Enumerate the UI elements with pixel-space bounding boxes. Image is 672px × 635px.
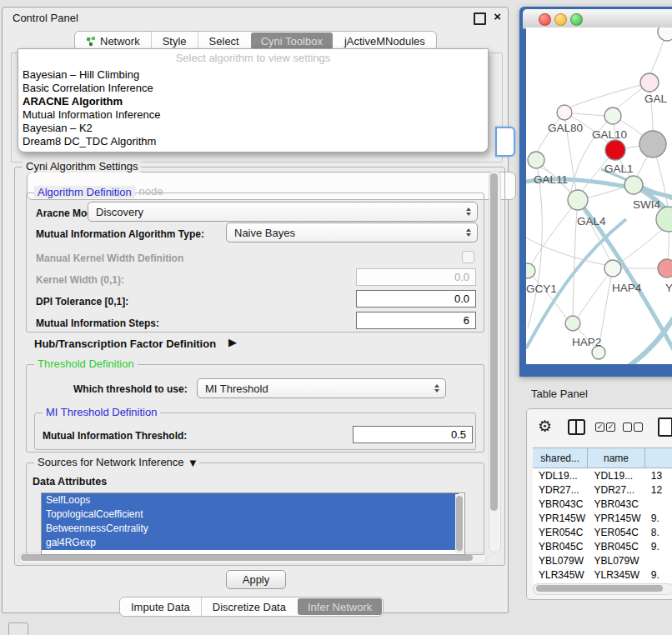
network-node-gal4[interactable] <box>568 190 588 210</box>
list-item[interactable]: TopologicalCoefficient <box>42 508 459 522</box>
mi-steps-input[interactable]: 6 <box>356 312 476 329</box>
network-node-swi4[interactable] <box>624 176 643 194</box>
mi-type-label: Mutual Information Algorithm Type: <box>36 228 204 240</box>
aracne-mode-combobox[interactable]: Discovery <box>88 202 478 222</box>
tab-style[interactable]: Style <box>151 32 198 50</box>
network-icon <box>86 36 96 47</box>
apply-button[interactable]: Apply <box>226 570 286 589</box>
network-edge[interactable] <box>526 236 609 266</box>
mi-steps-value: 6 <box>464 314 469 327</box>
dropdown-option[interactable]: Dream8 DC_TDC Algorithm <box>23 135 156 148</box>
mi-type-combobox[interactable]: Naive Bayes <box>226 222 478 242</box>
mi-threshold-input[interactable]: 0.5 <box>353 426 473 443</box>
list-item[interactable]: BetweennessCentrality <box>42 522 459 536</box>
network-edge[interactable] <box>531 200 578 265</box>
deselect-all-icon[interactable] <box>623 422 632 432</box>
table-header-row[interactable]: shared...name <box>533 448 672 468</box>
tab-cyni-toolbox[interactable]: Cyni Toolbox <box>251 32 333 49</box>
document-icon[interactable] <box>658 418 672 437</box>
minimize-window-icon[interactable] <box>554 13 567 26</box>
tab-select[interactable]: Select <box>198 32 250 50</box>
mi-type-value: Naive Bayes <box>234 227 295 239</box>
network-node[interactable] <box>605 140 625 160</box>
tab-impute-data[interactable]: Impute Data <box>120 598 201 616</box>
table-row[interactable]: YBR043CYBR043C <box>533 497 672 511</box>
close-icon[interactable]: × <box>494 12 501 21</box>
tab-label: Network <box>100 35 140 48</box>
table-row[interactable]: YDR27...YDR27...12 <box>533 482 672 497</box>
network-node-y[interactable] <box>658 259 672 278</box>
kernel-width-input[interactable]: 0.0 <box>356 268 476 286</box>
tab-network[interactable]: Network <box>75 32 151 50</box>
network-node-gal11[interactable] <box>528 152 544 168</box>
dropdown-option[interactable]: Basic Correlation Inference <box>23 82 153 94</box>
dropdown-option[interactable]: Bayesian – K2 <box>23 122 93 134</box>
table-cell: YPR145W <box>533 512 588 524</box>
table-row[interactable]: YLR345WYLR345W9. <box>533 568 672 582</box>
dropdown-option[interactable]: Mutual Information Inference <box>23 108 160 121</box>
dpi-tolerance-input[interactable]: 0.0 <box>356 290 476 308</box>
table-row[interactable]: YPR145WYPR145W9. <box>533 511 672 525</box>
control-panel-titlebar: Control Panel × <box>3 8 508 28</box>
network-view-window: GALGAL80GAL10GAL11GAL1SWI4GAL4GCY1HAP4YH… <box>519 7 672 377</box>
list-item[interactable]: gal4RGexp <box>42 536 459 550</box>
tab-label: Infer Network <box>308 601 372 613</box>
dropdown-option[interactable]: ARACNE Algorithm <box>23 95 123 108</box>
float-panel-icon[interactable] <box>474 12 486 25</box>
table-row[interactable]: YDL19...YDL19...13 <box>533 468 672 482</box>
node-table[interactable]: shared...name YDL19...YDL19...13YDR27...… <box>533 448 672 583</box>
hub-definition-label[interactable]: Hub/Transcription Factor Definition <box>34 338 216 350</box>
table-row[interactable]: YBR045CYBR045C9. <box>533 539 672 553</box>
algorithm-combobox-fragment[interactable] <box>495 127 515 157</box>
tab-jactivemnodules[interactable]: jActiveMNodules <box>333 32 436 50</box>
gear-icon[interactable]: ⚙ <box>538 417 552 435</box>
table-cell: 9. <box>645 512 672 524</box>
column-header[interactable] <box>645 448 672 468</box>
apply-button-label: Apply <box>243 573 270 586</box>
table-cell: YBR045C <box>533 541 588 552</box>
column-header[interactable]: name <box>588 448 644 468</box>
network-edge[interactable] <box>599 268 613 344</box>
network-canvas[interactable]: GALGAL80GAL10GAL11GAL1SWI4GAL4GCY1HAP4YH… <box>526 28 672 364</box>
network-node-gal1[interactable] <box>639 131 666 158</box>
minimized-panel-icon[interactable] <box>8 622 28 635</box>
close-window-icon[interactable] <box>539 13 551 26</box>
column-header[interactable]: shared... <box>533 448 588 468</box>
tab-label: Discretize Data <box>213 601 286 613</box>
network-edge[interactable] <box>624 314 672 364</box>
network-node[interactable] <box>658 28 672 41</box>
dropdown-option[interactable]: Bayesian – Hill Climbing <box>23 68 139 81</box>
table-cell: YDL19... <box>533 470 588 482</box>
network-node-gal10[interactable] <box>604 108 621 124</box>
network-node-gcy1[interactable] <box>526 263 535 278</box>
network-edge[interactable] <box>578 268 613 318</box>
network-node-hap4[interactable] <box>604 260 621 277</box>
zoom-window-icon[interactable] <box>570 13 583 26</box>
select-all-icon[interactable]: ✓ <box>595 422 604 432</box>
table-row[interactable]: YBL079WYBL079W <box>533 553 672 568</box>
select-all-icon[interactable]: ✓ <box>606 422 615 432</box>
deselect-all-icon[interactable] <box>634 422 643 432</box>
network-node-gal[interactable] <box>640 73 659 92</box>
settings-vertical-scrollbar[interactable] <box>489 171 501 552</box>
expand-arrow-icon[interactable]: ▶ <box>228 336 237 348</box>
mi-steps-label: Mutual Information Steps: <box>36 318 159 329</box>
network-window-titlebar[interactable] <box>523 9 672 29</box>
list-item[interactable]: SelfLoops <box>42 493 459 508</box>
tab-infer-network[interactable]: Infer Network <box>298 598 382 615</box>
tab-discretize-data[interactable]: Discretize Data <box>201 598 297 616</box>
table-row[interactable]: YER054CYER054C8. <box>533 525 672 539</box>
combo-stepper-icon <box>466 208 471 216</box>
data-attributes-label: Data Attributes <box>33 476 107 488</box>
data-attributes-list[interactable]: SelfLoopsTopologicalCoefficientBetweenne… <box>41 492 465 555</box>
which-threshold-combobox[interactable]: MI Threshold <box>197 378 446 398</box>
list-vertical-scrollbar[interactable] <box>455 494 464 553</box>
collapse-arrow-icon[interactable]: ▼ <box>187 458 196 468</box>
network-edge[interactable] <box>569 82 649 108</box>
table-horizontal-scrollbar[interactable] <box>533 583 672 595</box>
network-edge[interactable] <box>613 226 666 268</box>
columns-icon[interactable] <box>568 419 585 435</box>
manual-kernel-checkbox[interactable] <box>462 251 474 263</box>
network-node-gal80[interactable] <box>557 105 572 120</box>
network-node-hap2[interactable] <box>565 316 580 331</box>
